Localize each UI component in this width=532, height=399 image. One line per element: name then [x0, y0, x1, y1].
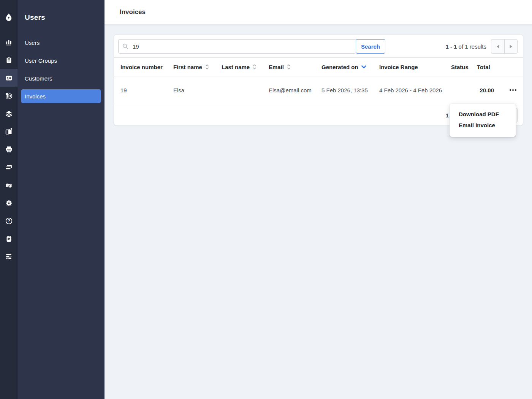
column-label: Invoice Range: [379, 64, 418, 70]
column-label: Last name: [222, 64, 250, 70]
cash-icon[interactable]: [0, 177, 17, 194]
pagination-text: 1 - 1 of 1 results: [445, 43, 486, 50]
column-header-first-name[interactable]: First name: [173, 64, 222, 70]
notes-clipboard-icon[interactable]: [0, 230, 17, 247]
pager-group: [491, 39, 518, 54]
ellipsis-dot: [515, 89, 516, 91]
layers-icon[interactable]: [0, 105, 17, 122]
column-label: Invoice number: [120, 64, 163, 70]
menu-item-email-invoice[interactable]: Email invoice: [450, 120, 516, 131]
column-header-last-name[interactable]: Last name: [222, 64, 269, 70]
column-header-invoice-range[interactable]: Invoice Range: [379, 64, 451, 70]
printer-icon[interactable]: [0, 141, 17, 158]
column-header-status[interactable]: Status: [451, 64, 477, 70]
sort-desc-active-icon: [361, 65, 366, 69]
dining-plate-icon[interactable]: [0, 87, 17, 104]
stack-icon[interactable]: [0, 247, 17, 265]
sidebar-title: Users: [25, 13, 45, 22]
pagination-range: 1 - 1: [445, 43, 457, 50]
sort-both-icon: [205, 64, 209, 70]
sidebar-item-customers[interactable]: Customers: [21, 71, 101, 85]
ellipsis-dot: [510, 89, 511, 91]
pagination-top: 1 - 1 of 1 results: [445, 39, 518, 54]
table-header-row: Invoice number First name Last name Emai…: [114, 57, 523, 76]
bar-chart-icon[interactable]: [0, 33, 17, 51]
credit-cards-icon[interactable]: [0, 158, 17, 176]
row-actions-ellipsis-button[interactable]: [510, 87, 516, 93]
devices-icon[interactable]: [0, 122, 17, 140]
search-input[interactable]: [118, 39, 356, 54]
pager-next-button[interactable]: [504, 40, 517, 53]
column-header-generated-on[interactable]: Generated on: [321, 64, 379, 70]
topbar: Invoices: [104, 0, 532, 24]
cell-invoice-range: 4 Feb 2026 - 4 Feb 2026: [379, 87, 451, 93]
sort-both-icon: [287, 64, 291, 70]
table-row[interactable]: 19 Elsa Elsa@email.com 5 Feb 2026, 13:35…: [114, 76, 523, 104]
clipboard-icon[interactable]: [0, 51, 17, 69]
menu-item-download-pdf[interactable]: Download PDF: [450, 109, 516, 120]
column-label: Total: [477, 64, 490, 70]
content-area: Search 1 - 1 of 1 results Invoice num: [104, 24, 532, 399]
column-header-email[interactable]: Email: [269, 64, 321, 70]
svg-text:?: ?: [8, 218, 10, 223]
customers-id-card-icon[interactable]: [0, 69, 17, 87]
cell-email: Elsa@email.com: [269, 87, 321, 93]
sidebar-item-users[interactable]: Users: [21, 36, 101, 49]
main-area: Invoices Search 1 - 1 of 1 results: [104, 0, 532, 399]
column-label: Generated on: [321, 64, 358, 70]
ellipsis-dot: [512, 89, 514, 91]
sidebar: Users Users User Groups Customers Invoic…: [17, 0, 104, 399]
column-header-total[interactable]: Total: [477, 64, 494, 70]
caret-left-icon: [496, 44, 500, 49]
sort-both-icon: [253, 64, 256, 70]
row-actions-menu: Download PDF Email invoice: [450, 104, 516, 137]
settings-gear-icon[interactable]: [0, 194, 17, 212]
search-row: Search 1 - 1 of 1 results: [114, 35, 523, 57]
lightspeed-logo-icon: [4, 13, 13, 22]
cell-first-name: Elsa: [173, 87, 222, 93]
pagination-suffix: of 1 results: [457, 43, 486, 50]
column-header-invoice-number[interactable]: Invoice number: [120, 64, 173, 70]
cell-total: 20.00: [477, 87, 494, 93]
column-label: Email: [269, 64, 284, 70]
cell-invoice-number: 19: [120, 87, 173, 93]
pager-prev-button[interactable]: [491, 40, 504, 53]
lightspeed-logo[interactable]: [0, 9, 17, 26]
page-title: Invoices: [120, 8, 146, 16]
caret-right-icon: [509, 44, 513, 49]
column-label: Status: [451, 64, 469, 70]
column-label: First name: [173, 64, 202, 70]
sidebar-item-user-groups[interactable]: User Groups: [21, 54, 101, 67]
cell-generated-on: 5 Feb 2026, 13:35: [321, 87, 379, 93]
sidebar-item-invoices[interactable]: Invoices: [21, 89, 101, 103]
help-icon[interactable]: ?: [0, 212, 17, 230]
icon-rail: ?: [0, 0, 17, 399]
search-button[interactable]: Search: [356, 39, 385, 54]
